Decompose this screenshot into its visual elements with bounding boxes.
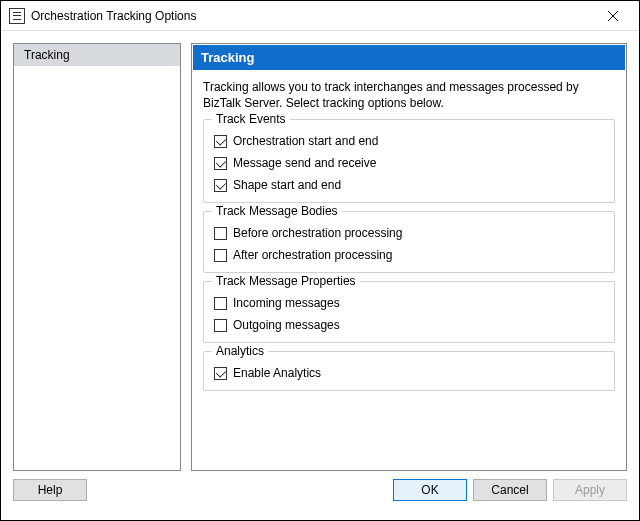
option-label: Orchestration start and end — [233, 134, 378, 148]
cancel-button[interactable]: Cancel — [473, 479, 547, 501]
group-track-message-properties: Track Message Properties Incoming messag… — [203, 281, 615, 343]
group-title: Track Message Bodies — [212, 204, 342, 218]
panel-body: Tracking allows you to track interchange… — [193, 70, 625, 403]
option-label: Enable Analytics — [233, 366, 321, 380]
option-label: Incoming messages — [233, 296, 340, 310]
close-button[interactable] — [591, 2, 635, 30]
option-label: Before orchestration processing — [233, 226, 402, 240]
checkbox-icon — [214, 297, 227, 310]
checkbox-icon — [214, 249, 227, 262]
ok-button[interactable]: OK — [393, 479, 467, 501]
apply-button[interactable]: Apply — [553, 479, 627, 501]
content-area: Tracking Tracking Tracking allows you to… — [1, 31, 639, 471]
footer-right: OK Cancel Apply — [393, 479, 627, 501]
group-title: Track Message Properties — [212, 274, 360, 288]
nav-panel: Tracking — [13, 43, 181, 471]
nav-item-tracking[interactable]: Tracking — [14, 44, 180, 66]
group-track-events: Track Events Orchestration start and end… — [203, 119, 615, 203]
app-icon — [9, 8, 25, 24]
option-label: Shape start and end — [233, 178, 341, 192]
checkbox-icon — [214, 227, 227, 240]
group-title: Track Events — [212, 112, 290, 126]
option-enable-analytics[interactable]: Enable Analytics — [214, 366, 604, 380]
option-incoming-messages[interactable]: Incoming messages — [214, 296, 604, 310]
option-before-orchestration[interactable]: Before orchestration processing — [214, 226, 604, 240]
close-icon — [608, 11, 618, 21]
option-after-orchestration[interactable]: After orchestration processing — [214, 248, 604, 262]
footer: Help OK Cancel Apply — [1, 471, 639, 509]
settings-panel: Tracking Tracking allows you to track in… — [191, 43, 627, 471]
checkbox-icon — [214, 319, 227, 332]
checkbox-icon — [214, 157, 227, 170]
window-title: Orchestration Tracking Options — [31, 9, 591, 23]
titlebar: Orchestration Tracking Options — [1, 1, 639, 31]
option-message-send-receive[interactable]: Message send and receive — [214, 156, 604, 170]
checkbox-icon — [214, 135, 227, 148]
panel-description: Tracking allows you to track interchange… — [203, 79, 615, 111]
help-button[interactable]: Help — [13, 479, 87, 501]
checkbox-icon — [214, 179, 227, 192]
option-label: Message send and receive — [233, 156, 376, 170]
group-track-message-bodies: Track Message Bodies Before orchestratio… — [203, 211, 615, 273]
panel-header: Tracking — [193, 45, 625, 70]
option-label: Outgoing messages — [233, 318, 340, 332]
option-shape-start-end[interactable]: Shape start and end — [214, 178, 604, 192]
group-title: Analytics — [212, 344, 268, 358]
checkbox-icon — [214, 367, 227, 380]
group-analytics: Analytics Enable Analytics — [203, 351, 615, 391]
option-label: After orchestration processing — [233, 248, 392, 262]
option-orchestration-start-end[interactable]: Orchestration start and end — [214, 134, 604, 148]
option-outgoing-messages[interactable]: Outgoing messages — [214, 318, 604, 332]
